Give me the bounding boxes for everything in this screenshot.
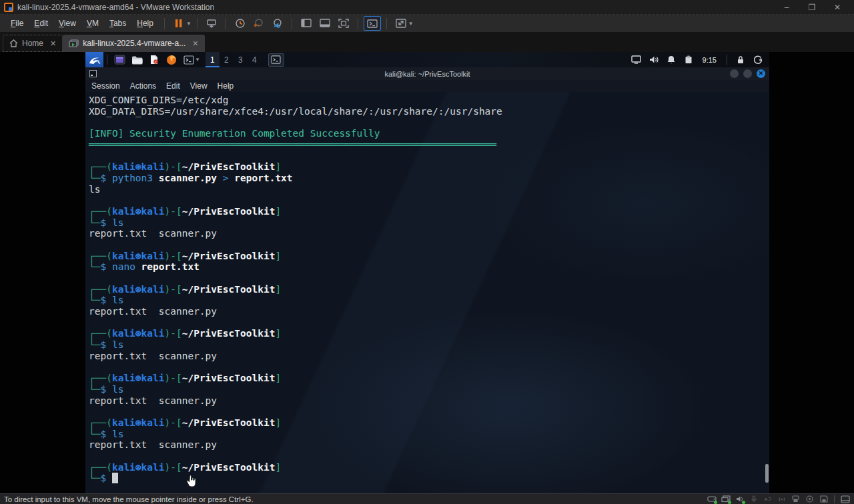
notifications-icon[interactable] bbox=[664, 52, 679, 67]
volume-icon[interactable] bbox=[647, 52, 661, 67]
close-button[interactable]: ✕ bbox=[825, 1, 850, 14]
workspace-switcher: 1234 bbox=[205, 52, 262, 67]
terminal-menu-item[interactable]: Actions bbox=[130, 81, 156, 91]
chevron-down-icon[interactable]: ▼ bbox=[408, 21, 414, 27]
terminal-menu-item[interactable]: Session bbox=[91, 81, 120, 91]
minimize-button[interactable]: – bbox=[774, 1, 799, 14]
panel-clock[interactable]: 9:15 bbox=[699, 56, 721, 64]
workspace-button[interactable]: 3 bbox=[234, 52, 248, 67]
tab-home[interactable]: Home ✕ bbox=[3, 35, 63, 52]
floppy-icon[interactable] bbox=[819, 495, 829, 503]
display-icon[interactable] bbox=[629, 52, 644, 67]
terminal-text-segment: kali⊛kali bbox=[112, 373, 165, 383]
terminal-window[interactable]: kali@kali: ~/PrivEscToolkit ✕ SessionAct… bbox=[85, 67, 769, 493]
workspace-button[interactable]: 1 bbox=[205, 52, 220, 67]
terminal-text-segment: ~/PrivEscToolkit bbox=[182, 417, 276, 428]
terminal-line: └─$ python3 scanner.py > report.txt bbox=[89, 173, 769, 184]
terminal-text-segment: └─ bbox=[89, 261, 100, 272]
terminal-text-segment: kali⊛kali bbox=[112, 251, 165, 261]
vm-screen-icon bbox=[69, 39, 79, 48]
window-manager-icon[interactable] bbox=[111, 52, 128, 67]
terminal-text-segment: report.txt scanner.py bbox=[89, 228, 217, 239]
terminal-text-segment: └─ bbox=[89, 295, 100, 305]
terminal-text-segment: $ bbox=[100, 429, 111, 439]
terminal-line bbox=[89, 362, 769, 373]
terminal-line bbox=[89, 195, 769, 206]
terminal-line: ┌──(kali⊛kali)-[~/PrivEscToolkit] bbox=[89, 373, 769, 384]
terminal-text-segment: ┌──( bbox=[89, 206, 112, 217]
fit-guest-button[interactable] bbox=[392, 16, 410, 31]
cd-icon[interactable] bbox=[805, 495, 815, 503]
chevron-down-icon[interactable]: ▼ bbox=[195, 57, 200, 63]
show-library-button[interactable] bbox=[298, 16, 315, 31]
terminal-line: report.txt scanner.py bbox=[89, 395, 769, 407]
tab-close-icon[interactable]: ✕ bbox=[50, 39, 56, 48]
tab-bar: Home ✕ kali-linux-2025.4-vmware-a... ✕ bbox=[0, 32, 854, 52]
revert-snapshot-button[interactable] bbox=[250, 16, 268, 31]
console-view-button[interactable] bbox=[364, 16, 381, 31]
fullscreen-button[interactable] bbox=[335, 16, 352, 31]
menu-item[interactable]: File bbox=[5, 17, 29, 30]
manage-snapshots-button[interactable] bbox=[269, 16, 286, 31]
chevron-down-icon[interactable]: ▼ bbox=[186, 21, 191, 27]
menu-item[interactable]: Help bbox=[131, 17, 159, 30]
terminal-line bbox=[89, 273, 769, 284]
usb-icon[interactable] bbox=[791, 495, 801, 503]
terminal-menu-item[interactable]: Help bbox=[218, 81, 234, 91]
menu-item[interactable]: Edit bbox=[29, 17, 53, 30]
kali-menu-icon[interactable] bbox=[85, 52, 103, 67]
display-icon[interactable] bbox=[721, 495, 731, 503]
tab-label: Home bbox=[22, 39, 43, 48]
power-icon[interactable] bbox=[751, 52, 765, 67]
clipboard-icon[interactable] bbox=[681, 52, 696, 67]
workspace-button[interactable]: 4 bbox=[248, 52, 262, 67]
terminal-menu-item[interactable]: Edit bbox=[166, 81, 180, 91]
firefox-icon[interactable] bbox=[163, 52, 180, 67]
file-manager-icon[interactable] bbox=[128, 52, 145, 67]
wifi-icon[interactable] bbox=[777, 495, 787, 503]
terminal-scrollbar[interactable] bbox=[765, 464, 769, 483]
text-editor-icon[interactable] bbox=[145, 52, 163, 67]
window-title: kali-linux-2025.4-vmware-amd64 - VMware … bbox=[17, 3, 214, 12]
terminal-text-segment: kali⊛kali bbox=[112, 462, 165, 473]
kali-desktop[interactable]: ▼ 1234 9:15 bbox=[85, 52, 769, 493]
home-icon bbox=[9, 39, 18, 47]
qterminal-window-button[interactable] bbox=[268, 53, 284, 67]
workspace-button[interactable]: 2 bbox=[220, 52, 234, 67]
sound-icon[interactable] bbox=[735, 495, 745, 503]
toolbar-separator bbox=[164, 18, 165, 29]
terminal-close-button[interactable]: ✕ bbox=[757, 69, 765, 78]
terminal-minimize-button[interactable] bbox=[730, 69, 739, 78]
terminal-line: └─$ ls bbox=[89, 384, 769, 395]
restore-button[interactable]: ❐ bbox=[799, 1, 825, 14]
terminal-line: ┌──(kali⊛kali)-[~/PrivEscToolkit] bbox=[89, 462, 769, 473]
mic-icon[interactable] bbox=[749, 495, 759, 503]
menu-item[interactable]: View bbox=[53, 17, 81, 30]
take-snapshot-button[interactable] bbox=[232, 16, 249, 31]
terminal-line: XDG_DATA_DIRS=/usr/share/xfce4:/usr/loca… bbox=[89, 106, 769, 117]
tab-close-icon[interactable]: ✕ bbox=[192, 39, 198, 48]
terminal-text-segment: ls bbox=[112, 295, 123, 305]
terminal-content[interactable]: XDG_CONFIG_DIRS=/etc/xdgXDG_DATA_DIRS=/u… bbox=[85, 92, 769, 484]
terminal-text-segment: )-[ bbox=[165, 161, 182, 172]
terminal-menu-item[interactable]: View bbox=[190, 81, 207, 91]
terminal-text-segment: )-[ bbox=[165, 328, 182, 339]
terminal-text-segment: ls bbox=[112, 217, 123, 228]
terminal-line: report.txt scanner.py bbox=[89, 439, 769, 451]
terminal-text-segment: report.txt bbox=[234, 173, 292, 183]
show-thumbnail-bar-button[interactable] bbox=[316, 16, 334, 31]
input-icon[interactable] bbox=[763, 495, 773, 503]
terminal-maximize-button[interactable] bbox=[743, 69, 752, 78]
terminal-text-segment: ┌──( bbox=[89, 284, 112, 295]
terminal-titlebar[interactable]: kali@kali: ~/PrivEscToolkit ✕ bbox=[85, 67, 769, 80]
terminal-text-segment: $ bbox=[100, 173, 111, 183]
suspend-button[interactable] bbox=[170, 16, 187, 31]
message-log-icon[interactable] bbox=[840, 495, 850, 503]
tab-kali-vm[interactable]: kali-linux-2025.4-vmware-a... ✕ bbox=[63, 35, 204, 52]
menu-item[interactable]: Tabs bbox=[104, 17, 131, 30]
hdd-icon[interactable] bbox=[707, 495, 717, 503]
send-ctrl-alt-del-button[interactable] bbox=[203, 16, 220, 31]
terminal-text-segment: report.txt scanner.py bbox=[89, 439, 217, 450]
menu-item[interactable]: VM bbox=[81, 17, 104, 30]
lock-icon[interactable] bbox=[733, 52, 748, 67]
